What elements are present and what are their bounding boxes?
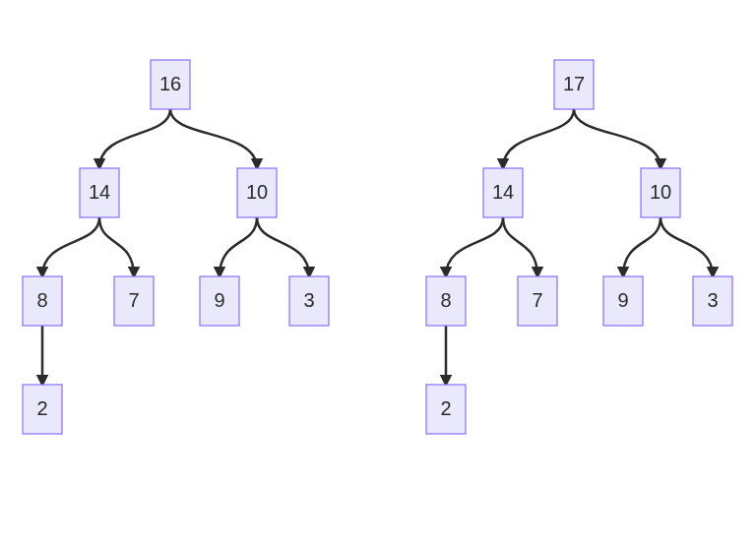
edge-root-r <box>170 109 257 168</box>
node-right-tree-lll: 2 <box>426 385 466 434</box>
node-value: 17 <box>563 73 585 94</box>
node-value: 8 <box>36 289 47 311</box>
left-tree: 16141087932 <box>23 60 329 434</box>
right-tree: 17141087932 <box>426 60 732 434</box>
node-right-tree-rl: 9 <box>603 276 643 326</box>
edge-root-r <box>574 109 661 168</box>
node-value: 2 <box>36 397 47 419</box>
node-value: 9 <box>214 289 224 311</box>
node-value: 8 <box>440 289 451 311</box>
node-left-tree-rr: 3 <box>289 276 329 326</box>
edge-root-l <box>99 109 170 168</box>
node-right-tree-lr: 7 <box>518 276 557 326</box>
node-left-tree-ll: 8 <box>23 276 62 326</box>
node-left-tree-lr: 7 <box>114 276 154 326</box>
edge-r-rl <box>220 217 257 276</box>
edge-l-ll <box>446 217 503 276</box>
tree-diagram: 1614108793217141087932 <box>0 0 756 545</box>
node-value: 10 <box>650 181 671 203</box>
node-left-tree-rl: 9 <box>200 276 239 326</box>
node-right-tree-ll: 8 <box>426 276 466 326</box>
edge-r-rr <box>257 217 309 276</box>
node-value: 3 <box>303 289 314 311</box>
node-value: 7 <box>532 289 542 311</box>
node-value: 3 <box>707 289 718 311</box>
edge-r-rl <box>623 217 661 276</box>
node-left-tree-root: 16 <box>151 60 190 109</box>
node-value: 14 <box>89 181 110 203</box>
node-left-tree-l: 14 <box>80 168 119 217</box>
node-right-tree-l: 14 <box>483 168 523 217</box>
node-value: 16 <box>159 73 181 94</box>
node-left-tree-lll: 2 <box>23 385 62 434</box>
edge-l-ll <box>42 217 99 276</box>
node-value: 7 <box>128 289 139 311</box>
edge-l-lr <box>503 217 537 276</box>
node-right-tree-root: 17 <box>554 60 594 109</box>
node-value: 9 <box>617 289 628 311</box>
edge-root-l <box>503 109 574 168</box>
edge-r-rr <box>661 217 713 276</box>
node-right-tree-rr: 3 <box>693 276 732 326</box>
node-value: 14 <box>492 181 514 203</box>
node-left-tree-r: 10 <box>237 168 277 217</box>
node-right-tree-r: 10 <box>641 168 680 217</box>
node-value: 2 <box>440 397 451 419</box>
edge-l-lr <box>99 217 134 276</box>
node-value: 10 <box>246 181 268 203</box>
